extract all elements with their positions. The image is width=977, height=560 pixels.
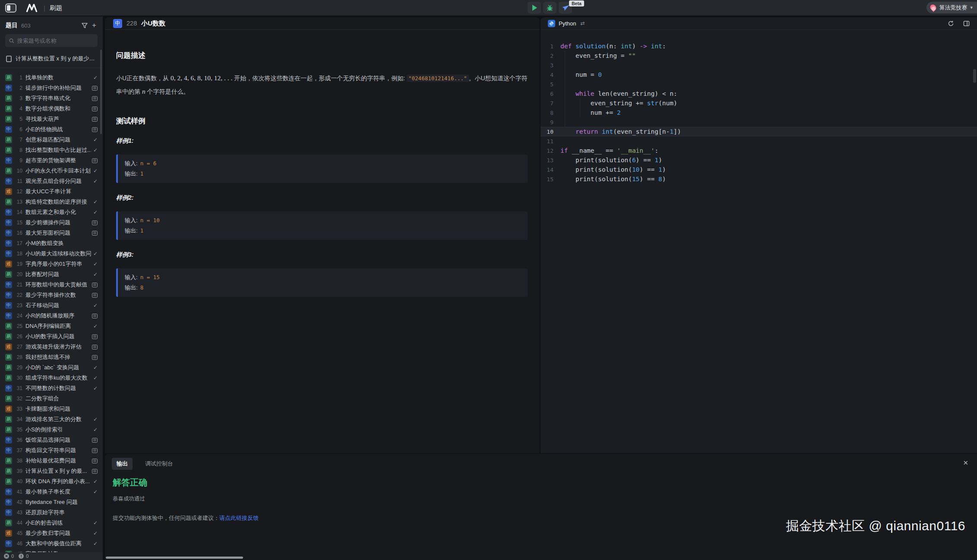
solved-check-icon: ✓ [93, 137, 98, 143]
code-line[interactable]: 15 print(solution(15) == 8) [541, 174, 977, 184]
code-line[interactable]: 4 num = 0 [541, 70, 977, 79]
problem-list-item[interactable]: 易1找单独的数✓ [0, 72, 103, 83]
fire-icon [929, 3, 938, 12]
output-label: 输出: [125, 170, 138, 177]
problem-list-item[interactable]: 难33卡牌翻面求和问题 [0, 404, 103, 414]
split-layout-icon[interactable] [963, 20, 970, 27]
code-line[interactable]: 5 [541, 79, 977, 89]
problem-list-item[interactable]: 中36饭馆菜品选择问题 [0, 435, 103, 445]
problem-list-item[interactable]: 中41最小替换子串长度✓ [0, 487, 103, 497]
problem-list-item[interactable]: 中37构造回文字符串问题 [0, 445, 103, 456]
problem-list-item[interactable]: 易40环状 DNA 序列的最小表...✓ [0, 476, 103, 487]
problem-list-item[interactable]: 难27游戏英雄升级潜力评估 [0, 342, 103, 352]
problem-list-item[interactable]: 中16最大矩形面积问题 [0, 228, 103, 238]
difficulty-badge: 中 [5, 540, 12, 547]
problem-list-item[interactable]: 易38补给站最优花费问题 [0, 456, 103, 466]
code-line[interactable]: 9 [541, 117, 977, 127]
problem-number: 7 [14, 137, 22, 143]
problem-list-item[interactable]: 易4数字分组求偶数和 [0, 104, 103, 114]
problem-list-item[interactable]: 中46大数和中的极值位距离✓ [0, 538, 103, 549]
code-line[interactable]: 1def solution(n: int) -> int: [541, 41, 977, 51]
filter-icon[interactable] [82, 23, 88, 28]
code-line[interactable]: 10 return int(even_string[n-1]) [541, 127, 977, 136]
problem-list-item[interactable]: 易10小F的永久代币卡回本计划✓ [0, 166, 103, 176]
math-variable: n [142, 88, 145, 95]
problem-number: 14 [14, 209, 22, 215]
code-line[interactable]: 6 while len(even_string) < n: [541, 89, 977, 98]
problem-list-item[interactable]: 易5寻找最大葫芦 [0, 114, 103, 124]
editor-scrollbar[interactable] [973, 69, 976, 83]
difficulty-badge: 易 [5, 105, 12, 112]
problem-list-item[interactable]: 中9超市里的货物架调整 [0, 155, 103, 166]
problem-list-item[interactable]: 易28我好想逃却逃不掉 [0, 352, 103, 362]
problem-list-item[interactable]: 易13构造特定数组的逆序拼接✓ [0, 197, 103, 207]
pinned-problem-item[interactable]: 计算从整数位置 x 到 y 的最少… [0, 51, 103, 67]
horizontal-scrollbar[interactable] [106, 557, 243, 559]
problem-list-item[interactable]: 易20比赛配对问题✓ [0, 269, 103, 280]
code-line[interactable]: 11 [541, 136, 977, 146]
run-button[interactable] [528, 2, 541, 14]
problem-list-item[interactable]: 难45最少步数归零问题✓ [0, 528, 103, 538]
code-line[interactable]: 7 even_string += str(num) [541, 98, 977, 108]
reset-code-icon[interactable] [948, 20, 954, 27]
code-line[interactable]: 14 print(solution(10) == 1) [541, 165, 977, 174]
tab-output[interactable]: 输出 [112, 458, 133, 470]
problem-list-item[interactable]: 中31不同整数的计数问题✓ [0, 383, 103, 393]
sidebar-scrollbar[interactable] [100, 50, 102, 134]
problem-list-item[interactable]: 中43还原原始字符串 [0, 507, 103, 518]
problem-list-item[interactable]: 中17小M的数组变换 [0, 238, 103, 249]
problem-number: 25 [14, 323, 22, 329]
contest-entry-button[interactable]: 算法竞技赛 ▾ [926, 2, 977, 13]
problem-list-item[interactable]: 易29小D的 `abc` 变换问题✓ [0, 362, 103, 373]
problem-list-item[interactable]: 易44小E的射击训练✓ [0, 518, 103, 528]
switch-language-icon[interactable]: ⇄ [580, 20, 585, 26]
problem-list-item[interactable]: 中24小R的随机播放顺序 [0, 311, 103, 321]
add-problem-button[interactable]: + [91, 21, 97, 30]
problem-list-item[interactable]: 中21环形数组中的最大贡献值 [0, 280, 103, 290]
code-line[interactable]: 8 num += 2 [541, 108, 977, 117]
solved-check-icon: ✓ [93, 251, 98, 257]
problem-panel: 中 228 小U数数 问题描述 小U正在数偶数，从 0, 2, 4, 6, 8,… [105, 17, 540, 453]
problem-list-item[interactable]: 中11观光景点组合得分问题✓ [0, 176, 103, 186]
problem-list-item[interactable]: 中42Bytedance Tree 问题 [0, 497, 103, 507]
code-line[interactable]: 13 print(solution(6) == 1) [541, 155, 977, 165]
problem-list-item[interactable]: 易25DNA序列编辑距离✓ [0, 321, 103, 331]
problem-list-item[interactable]: 易35小S的倒排索引✓ [0, 425, 103, 435]
problem-list-item[interactable]: 中15最少前缀操作问题 [0, 217, 103, 228]
problem-list-item[interactable]: 易8找出整型数组中占比超过...✓ [0, 145, 103, 155]
sidebar-toggle-icon[interactable] [5, 3, 16, 13]
samples-heading: 测试样例 [116, 116, 528, 126]
code-line[interactable]: 3 [541, 60, 977, 70]
problem-list-item[interactable]: 中22最少字符串操作次数 [0, 290, 103, 300]
attempted-note-icon [92, 314, 98, 318]
solved-check-icon: ✓ [93, 478, 98, 484]
problem-list-item[interactable]: 易30组成字符串ku的最大次数✓ [0, 373, 103, 383]
solved-check-icon: ✓ [93, 365, 98, 371]
problem-list-item[interactable]: 易26小U的数字插入问题 [0, 331, 103, 342]
problem-list-item[interactable]: 中14数组元素之和最小化✓ [0, 207, 103, 217]
problem-list-item[interactable]: 中18小U的最大连续移动次数问题✓ [0, 249, 103, 259]
difficulty-badge: 易 [5, 323, 12, 330]
problem-list-item[interactable]: 中6小E的怪物挑战 [0, 124, 103, 135]
code-line[interactable]: 12if __name__ == '__main__': [541, 146, 977, 155]
problem-number: 15 [14, 220, 22, 226]
debug-button[interactable] [543, 2, 556, 14]
search-input[interactable] [17, 38, 94, 44]
search-box[interactable] [5, 34, 98, 47]
problem-list-item[interactable]: 易32二分数字组合 [0, 393, 103, 404]
problem-list-item[interactable]: 易3数字字符串格式化 [0, 93, 103, 104]
code-area[interactable]: 1def solution(n: int) -> int:2 even_stri… [541, 30, 977, 184]
problem-list-item[interactable]: 中23石子移动问题✓ [0, 300, 103, 311]
marscode-logo-icon[interactable] [26, 4, 38, 12]
tab-debug-console[interactable]: 调试控制台 [140, 458, 178, 470]
problem-list-item[interactable]: 中2徒步旅行中的补给问题 [0, 83, 103, 93]
problem-item-title: 最大UCC子串计算 [25, 188, 98, 195]
problem-list-item[interactable]: 难19字典序最小的01字符串✓ [0, 259, 103, 269]
feedback-link[interactable]: 请点此链接反馈 [219, 515, 259, 521]
problem-list-item[interactable]: 难12最大UCC子串计算 [0, 186, 103, 197]
problem-list-item[interactable]: 易34游戏排名第三大的分数✓ [0, 414, 103, 425]
code-line[interactable]: 2 even_string = "" [541, 51, 977, 60]
close-icon[interactable]: ✕ [963, 459, 968, 467]
problem-list-item[interactable]: 易39计算从位置 x 到 y 的最... [0, 466, 103, 476]
problem-list-item[interactable]: 易7创意标题匹配问题✓ [0, 135, 103, 145]
